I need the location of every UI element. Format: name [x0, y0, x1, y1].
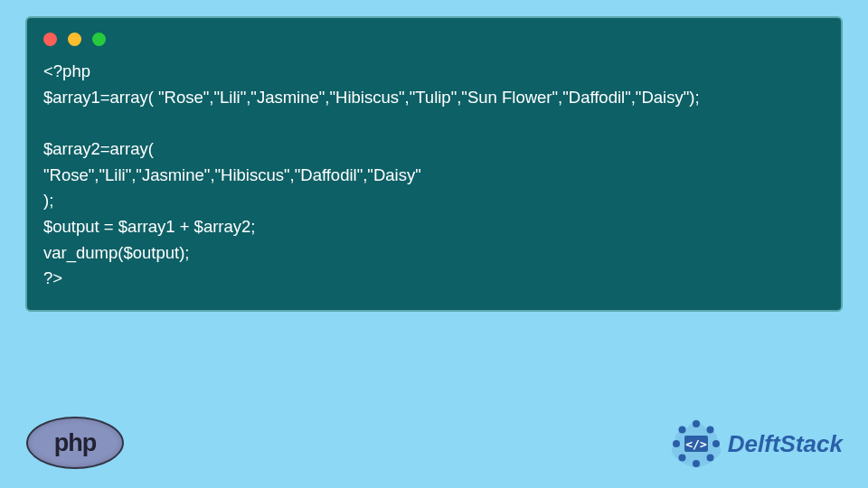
code-line: $array2=array( — [43, 139, 154, 158]
code-line: $array1=array( "Rose","Lili","Jasmine","… — [43, 88, 700, 107]
delftstack-logo: </> DelftStack — [670, 418, 843, 470]
svg-text:</>: </> — [685, 437, 707, 451]
minimize-icon[interactable] — [68, 33, 81, 46]
php-logo-ellipse: php — [26, 417, 124, 469]
svg-point-2 — [712, 440, 720, 447]
svg-point-4 — [693, 460, 700, 467]
svg-point-1 — [706, 427, 713, 434]
svg-point-7 — [678, 427, 685, 434]
code-line: var_dump($output); — [43, 243, 189, 262]
delftstack-text: DelftStack — [728, 430, 843, 458]
php-logo: php — [25, 416, 125, 470]
delftstack-icon: </> — [670, 418, 722, 470]
window-controls — [27, 18, 841, 55]
code-line: $output = $array1 + $array2; — [43, 217, 255, 236]
code-line: <?php — [43, 61, 90, 80]
code-line: ?> — [43, 268, 62, 287]
svg-point-3 — [706, 455, 713, 462]
code-window: <?php $array1=array( "Rose","Lili","Jasm… — [25, 16, 843, 312]
code-line: "Rose","Lili","Jasmine","Hibiscus","Daff… — [43, 165, 421, 184]
svg-point-5 — [678, 455, 685, 462]
maximize-icon[interactable] — [92, 33, 106, 46]
close-icon[interactable] — [43, 33, 57, 46]
svg-point-0 — [693, 420, 700, 427]
code-block: <?php $array1=array( "Rose","Lili","Jasm… — [27, 55, 841, 296]
code-line: ); — [43, 191, 53, 210]
svg-point-6 — [673, 440, 680, 447]
php-logo-text: php — [54, 429, 96, 457]
